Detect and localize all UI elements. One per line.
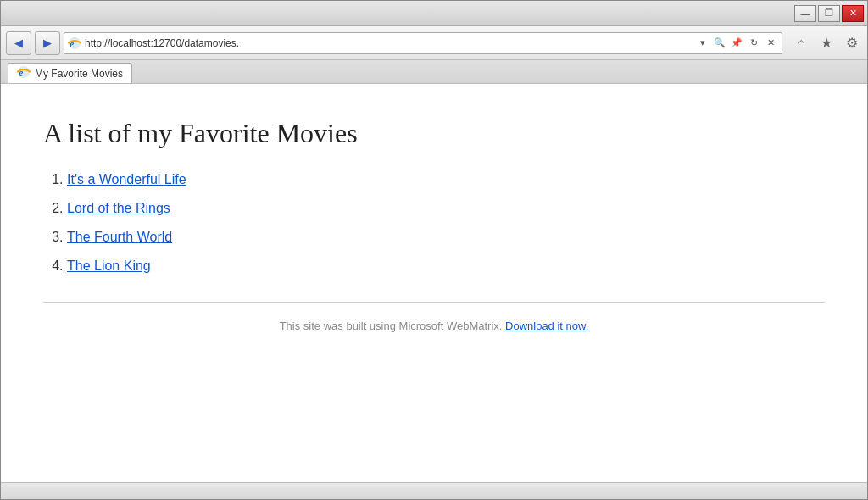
movie-link-4[interactable]: The Lion King	[67, 258, 151, 273]
title-bar: — ❐ ✕	[1, 1, 867, 26]
tab-ie-icon: e	[17, 65, 31, 81]
movies-list: It's a Wonderful Life Lord of the Rings …	[67, 169, 825, 276]
movie-link-1[interactable]: It's a Wonderful Life	[67, 172, 186, 186]
browser-window: — ❐ ✕ ◀ ▶ e http://localhost:12700/datam…	[0, 0, 868, 500]
footer-static-text: This site was built using Microsoft WebM…	[280, 319, 503, 332]
list-item: It's a Wonderful Life	[67, 169, 825, 190]
page-heading: A list of my Favorite Movies	[43, 118, 825, 149]
status-bar	[1, 482, 867, 499]
list-item: The Lion King	[67, 256, 825, 276]
forward-button[interactable]: ▶	[35, 31, 60, 55]
list-item: The Fourth World	[67, 227, 825, 247]
address-bar[interactable]: e http://localhost:12700/datamovies. ▾ 🔍…	[64, 32, 782, 54]
nav-right-icons: ⌂ ★ ⚙	[786, 33, 862, 53]
divider	[43, 302, 825, 303]
minimize-button[interactable]: —	[794, 5, 816, 22]
webmatrix-download-link[interactable]: Download it now.	[505, 319, 588, 332]
address-dropdown-button[interactable]: ▾	[695, 36, 710, 51]
tab-label: My Favorite Movies	[35, 68, 123, 80]
back-button[interactable]: ◀	[6, 31, 31, 55]
address-text: http://localhost:12700/datamovies.	[85, 37, 692, 49]
search-icon[interactable]: 🔍	[712, 36, 727, 51]
maximize-button[interactable]: ❐	[818, 5, 840, 22]
navigation-bar: ◀ ▶ e http://localhost:12700/datamovies.…	[1, 26, 867, 60]
settings-button[interactable]: ⚙	[842, 33, 862, 53]
content-area: A list of my Favorite Movies It's a Wond…	[1, 84, 867, 482]
stop-icon[interactable]: ✕	[763, 36, 778, 51]
favorites-pin-icon[interactable]: 📌	[729, 36, 744, 51]
webpage: A list of my Favorite Movies It's a Wond…	[1, 84, 867, 482]
close-button[interactable]: ✕	[842, 5, 864, 22]
movie-link-3[interactable]: The Fourth World	[67, 230, 172, 244]
list-item: Lord of the Rings	[67, 198, 825, 219]
tab-my-favorite-movies[interactable]: e My Favorite Movies	[8, 63, 132, 83]
movie-link-2[interactable]: Lord of the Rings	[67, 201, 170, 215]
ie-logo-icon: e	[68, 36, 81, 50]
window-controls: — ❐ ✕	[794, 5, 864, 22]
home-button[interactable]: ⌂	[791, 33, 811, 53]
favorites-button[interactable]: ★	[816, 33, 837, 53]
refresh-icon[interactable]: ↻	[746, 36, 761, 51]
tab-bar: e My Favorite Movies	[1, 60, 867, 84]
address-icons: ▾ 🔍 📌 ↻ ✕	[695, 36, 778, 51]
footer-text: This site was built using Microsoft WebM…	[43, 319, 825, 332]
